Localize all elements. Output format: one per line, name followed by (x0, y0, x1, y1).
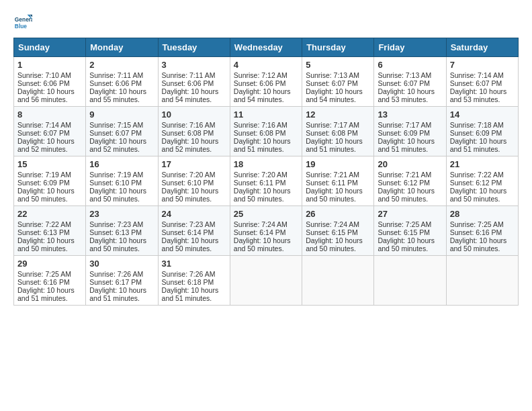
daylight-minutes: and 54 minutes. (162, 95, 212, 103)
sunset-text: Sunset: 6:17 PM (89, 278, 142, 286)
sunrise-text: Sunrise: 7:17 AM (378, 121, 431, 129)
daylight-text: Daylight: 10 hours (89, 187, 146, 195)
sunrise-text: Sunrise: 7:24 AM (234, 220, 287, 228)
day-cell: 30 Sunrise: 7:26 AM Sunset: 6:17 PM Dayl… (86, 256, 158, 306)
sunset-text: Sunset: 6:13 PM (89, 228, 142, 236)
weekday-header-sunday: Sunday (14, 38, 86, 57)
calendar-body: 1 Sunrise: 7:10 AM Sunset: 6:06 PM Dayli… (14, 57, 519, 306)
day-number: 10 (162, 109, 226, 120)
weekday-header-wednesday: Wednesday (230, 38, 302, 57)
sunrise-text: Sunrise: 7:22 AM (17, 220, 71, 228)
daylight-text: Daylight: 10 hours (17, 187, 75, 195)
sunrise-text: Sunrise: 7:25 AM (378, 220, 431, 228)
weekday-header-friday: Friday (374, 38, 446, 57)
sunset-text: Sunset: 6:06 PM (17, 79, 70, 87)
daylight-text: Daylight: 10 hours (306, 137, 363, 145)
daylight-minutes: and 53 minutes. (378, 95, 428, 103)
sunrise-text: Sunrise: 7:25 AM (17, 270, 71, 278)
daylight-minutes: and 55 minutes. (89, 95, 140, 103)
day-cell: 6 Sunrise: 7:13 AM Sunset: 6:07 PM Dayli… (374, 57, 446, 107)
logo-icon: General Blue (13, 13, 32, 32)
daylight-minutes: and 51 minutes. (378, 145, 428, 153)
day-cell: 22 Sunrise: 7:22 AM Sunset: 6:13 PM Dayl… (14, 206, 86, 256)
daylight-minutes: and 52 minutes. (17, 145, 68, 153)
day-cell: 18 Sunrise: 7:20 AM Sunset: 6:11 PM Dayl… (230, 156, 302, 206)
day-cell: 16 Sunrise: 7:19 AM Sunset: 6:10 PM Dayl… (86, 156, 158, 206)
daylight-text: Daylight: 10 hours (306, 236, 363, 244)
svg-text:Blue: Blue (15, 23, 27, 30)
sunset-text: Sunset: 6:11 PM (234, 179, 286, 187)
daylight-minutes: and 50 minutes. (17, 195, 68, 203)
sunset-text: Sunset: 6:16 PM (450, 228, 502, 236)
sunrise-text: Sunrise: 7:23 AM (89, 220, 143, 228)
day-cell: 19 Sunrise: 7:21 AM Sunset: 6:11 PM Dayl… (302, 156, 374, 206)
day-number: 27 (378, 209, 442, 219)
day-cell: 3 Sunrise: 7:11 AM Sunset: 6:06 PM Dayli… (158, 57, 230, 107)
daylight-minutes: and 50 minutes. (306, 244, 356, 253)
sunrise-text: Sunrise: 7:23 AM (162, 220, 216, 228)
sunrise-text: Sunrise: 7:18 AM (450, 121, 504, 129)
day-cell: 13 Sunrise: 7:17 AM Sunset: 6:09 PM Dayl… (374, 107, 446, 156)
day-number: 5 (306, 60, 370, 70)
daylight-minutes: and 56 minutes. (17, 95, 68, 103)
sunrise-text: Sunrise: 7:13 AM (378, 71, 431, 79)
day-cell: 28 Sunrise: 7:25 AM Sunset: 6:16 PM Dayl… (446, 206, 518, 256)
day-cell: 24 Sunrise: 7:23 AM Sunset: 6:14 PM Dayl… (158, 206, 230, 256)
day-cell: 14 Sunrise: 7:18 AM Sunset: 6:09 PM Dayl… (446, 107, 518, 156)
week-row-5: 29 Sunrise: 7:25 AM Sunset: 6:16 PM Dayl… (14, 256, 519, 306)
daylight-text: Daylight: 10 hours (162, 286, 219, 294)
daylight-text: Daylight: 10 hours (378, 87, 435, 95)
sunset-text: Sunset: 6:08 PM (162, 129, 214, 137)
sunrise-text: Sunrise: 7:15 AM (89, 121, 143, 129)
day-cell (230, 256, 302, 306)
day-number: 31 (162, 259, 226, 269)
day-cell: 2 Sunrise: 7:11 AM Sunset: 6:06 PM Dayli… (86, 57, 158, 107)
day-cell: 12 Sunrise: 7:17 AM Sunset: 6:08 PM Dayl… (302, 107, 374, 156)
sunset-text: Sunset: 6:12 PM (378, 179, 430, 187)
header: General Blue (13, 13, 519, 32)
daylight-text: Daylight: 10 hours (162, 87, 219, 95)
sunset-text: Sunset: 6:13 PM (17, 228, 70, 236)
daylight-minutes: and 51 minutes. (234, 145, 284, 153)
day-cell: 29 Sunrise: 7:25 AM Sunset: 6:16 PM Dayl… (14, 256, 86, 306)
weekday-row: SundayMondayTuesdayWednesdayThursdayFrid… (14, 38, 519, 57)
sunset-text: Sunset: 6:15 PM (378, 228, 430, 236)
sunset-text: Sunset: 6:14 PM (234, 228, 286, 236)
day-number: 28 (450, 209, 515, 219)
day-number: 21 (450, 159, 515, 169)
day-cell (374, 256, 446, 306)
sunset-text: Sunset: 6:07 PM (306, 79, 358, 87)
sunset-text: Sunset: 6:09 PM (378, 129, 430, 137)
sunset-text: Sunset: 6:12 PM (450, 179, 502, 187)
daylight-text: Daylight: 10 hours (450, 137, 507, 145)
daylight-minutes: and 51 minutes. (162, 294, 212, 302)
daylight-minutes: and 54 minutes. (306, 95, 356, 103)
day-cell: 25 Sunrise: 7:24 AM Sunset: 6:14 PM Dayl… (230, 206, 302, 256)
daylight-text: Daylight: 10 hours (234, 137, 291, 145)
sunset-text: Sunset: 6:18 PM (162, 278, 214, 286)
day-number: 30 (89, 259, 154, 269)
daylight-text: Daylight: 10 hours (17, 236, 75, 244)
sunrise-text: Sunrise: 7:19 AM (89, 171, 143, 179)
sunset-text: Sunset: 6:11 PM (306, 179, 358, 187)
sunrise-text: Sunrise: 7:21 AM (378, 171, 431, 179)
logo: General Blue (13, 13, 34, 32)
daylight-minutes: and 50 minutes. (89, 244, 140, 253)
daylight-text: Daylight: 10 hours (162, 137, 219, 145)
day-cell: 31 Sunrise: 7:26 AM Sunset: 6:18 PM Dayl… (158, 256, 230, 306)
daylight-minutes: and 50 minutes. (378, 195, 428, 203)
daylight-text: Daylight: 10 hours (89, 286, 146, 294)
daylight-minutes: and 52 minutes. (89, 145, 140, 153)
daylight-text: Daylight: 10 hours (89, 87, 146, 95)
day-cell: 8 Sunrise: 7:14 AM Sunset: 6:07 PM Dayli… (14, 107, 86, 156)
daylight-text: Daylight: 10 hours (306, 87, 363, 95)
daylight-text: Daylight: 10 hours (162, 187, 219, 195)
day-number: 24 (162, 209, 226, 219)
week-row-2: 8 Sunrise: 7:14 AM Sunset: 6:07 PM Dayli… (14, 107, 519, 156)
day-number: 11 (234, 109, 298, 120)
week-row-3: 15 Sunrise: 7:19 AM Sunset: 6:09 PM Dayl… (14, 156, 519, 206)
weekday-header-thursday: Thursday (302, 38, 374, 57)
calendar-header: SundayMondayTuesdayWednesdayThursdayFrid… (14, 38, 519, 57)
daylight-text: Daylight: 10 hours (17, 286, 75, 294)
day-cell (302, 256, 374, 306)
